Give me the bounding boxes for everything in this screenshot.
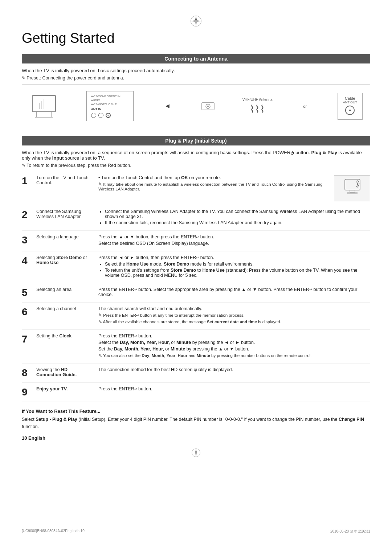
- ant-out-label: ANT OUT: [343, 100, 357, 104]
- step-label-8: Viewing the HD Connection Guide.: [35, 364, 98, 383]
- step-label-7: Setting the Clock: [35, 330, 98, 364]
- step-content-4: Press the ◄ or ► button, then press the …: [98, 251, 370, 283]
- step-row-8: 8 Viewing the HD Connection Guide. The c…: [22, 364, 370, 383]
- step-content-6: The channel search will start and end au…: [98, 303, 370, 330]
- step-row-7: 7 Setting the Clock Press the ENTER↵ but…: [22, 330, 370, 364]
- step-num-5: 5: [22, 283, 35, 303]
- step-num-3: 3: [22, 231, 35, 251]
- svg-marker-19: [195, 449, 197, 453]
- bottom-compass: [22, 447, 370, 459]
- step-row-5: 5 Selecting an area Press the ENTER↵ but…: [22, 283, 370, 303]
- plug-play-note: To return to the previous step, press th…: [22, 163, 370, 168]
- step-num-2: 2: [22, 205, 35, 231]
- step-row-2: 2 Connect the Samsung Wireless LAN Adapt…: [22, 205, 370, 231]
- step-num-6: 6: [22, 303, 35, 330]
- reset-section: If You Want to Reset This Feature... Sel…: [22, 408, 370, 430]
- step-label-5: Selecting an area: [35, 283, 98, 303]
- step-label-3: Selecting a language: [35, 231, 98, 251]
- antenna-intro: When the TV is initially powered on, bas…: [22, 68, 370, 73]
- footer-left: [UC9000|BN68-03034A-02Eng.indb 10: [22, 529, 85, 534]
- or-label: or: [303, 104, 307, 108]
- step-row-4: 4 Selecting Store Demo or Home Use Press…: [22, 251, 370, 283]
- step-content-8: The connection method for the best HD sc…: [98, 364, 370, 383]
- svg-point-14: [207, 106, 209, 107]
- step-content-7: Press the ENTER↵ button. Select the Day,…: [98, 330, 370, 364]
- step-content-5: Press the ENTER↵ button. Select the appr…: [98, 283, 370, 303]
- step-content-3: Press the ▲ or ▼ button, then press the …: [98, 231, 370, 251]
- step-content-2: Connect the Samsung Wireless LAN Adapter…: [98, 205, 370, 231]
- step-1-image: [334, 175, 370, 201]
- cable-circle: ●: [345, 106, 355, 115]
- footer: [UC9000|BN68-03034A-02Eng.indb 10 2010-0…: [0, 529, 392, 534]
- vhf-group: VHF/UHF Antenna ⌇⌇⌇: [242, 98, 273, 115]
- panel-btn-2: [98, 113, 103, 118]
- antenna-section-header: Connecting to an Antenna: [22, 54, 370, 63]
- svg-marker-20: [195, 453, 197, 457]
- step-num-1: 1: [22, 172, 35, 205]
- step-label-2: Connect the Samsung Wireless LAN Adapter: [35, 205, 98, 231]
- antenna-diagram: AV 2/COMPONENT IN AUDIO : AV 2-VIDEO Y P…: [22, 84, 370, 128]
- svg-rect-16: [350, 190, 355, 192]
- svg-marker-3: [191, 20, 196, 22]
- tv-illustration: [29, 94, 58, 119]
- antenna-icon: ⌇⌇⌇: [242, 103, 273, 115]
- reset-title: If You Want to Reset This Feature...: [22, 408, 370, 414]
- step-label-6: Selecting a channel: [35, 303, 98, 330]
- coax-connector-group: [201, 101, 215, 111]
- step-num-9: 9: [22, 383, 35, 402]
- cable-box: Cable ANT OUT ●: [338, 93, 363, 120]
- step-row-3: 3 Selecting a language Press the ▲ or ▼ …: [22, 231, 370, 251]
- page-number-label: English: [28, 435, 45, 441]
- page-number: 10: [22, 435, 27, 441]
- step-num-7: 7: [22, 330, 35, 364]
- step-content-1: • Turn on the Touch Control and then tap…: [98, 172, 370, 205]
- step-label-9: Enjoy your TV.: [35, 383, 98, 402]
- page-number-section: 10 English: [22, 435, 370, 441]
- footer-right: 2010-05-28 오후 2:26:31: [330, 529, 370, 534]
- vhf-label: VHF/UHF Antenna: [242, 98, 273, 102]
- svg-rect-17: [348, 192, 357, 194]
- step-num-8: 8: [22, 364, 35, 383]
- step-num-4: 4: [22, 251, 35, 283]
- cable-label: Cable: [343, 96, 357, 100]
- decorative-compass: [22, 15, 370, 28]
- step-row-9: 9 Enjoy your TV. Press the ENTER↵ button…: [22, 383, 370, 402]
- reset-text: Select Setup - Plug & Play (Initial Setu…: [22, 416, 370, 430]
- page-title: Getting Started: [22, 30, 370, 46]
- step-row-1: 1 Turn on the TV and Touch Control. • Tu…: [22, 172, 370, 205]
- back-panel: AV 2/COMPONENT IN AUDIO : AV 2-VIDEO Y P…: [86, 91, 134, 121]
- steps-table: 1 Turn on the TV and Touch Control. • Tu…: [22, 172, 370, 402]
- panel-btn-3: ●: [106, 113, 111, 118]
- step-label-1: Turn on the TV and Touch Control.: [35, 172, 98, 205]
- step-content-9: Press the ENTER↵ button.: [98, 383, 370, 402]
- step-label-4: Selecting Store Demo or Home Use: [35, 251, 98, 283]
- arrow-icon: ◄: [164, 102, 171, 110]
- plug-play-intro: When the TV is initially powered on, a s…: [22, 150, 370, 161]
- panel-btn-1: [91, 113, 96, 118]
- svg-marker-4: [196, 20, 201, 22]
- antenna-note: Preset: Connecting the power cord and an…: [22, 75, 370, 81]
- step-row-6: 6 Selecting a channel The channel search…: [22, 303, 370, 330]
- plug-play-section-header: Plug & Play (Initial Setup): [22, 136, 370, 145]
